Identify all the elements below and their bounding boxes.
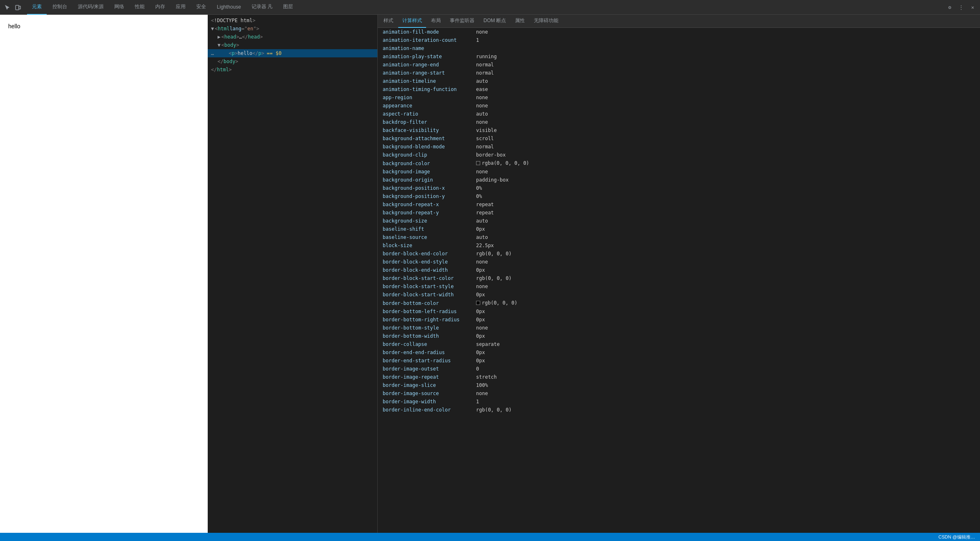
sub-tab-布局[interactable]: 布局 — [427, 15, 445, 28]
prop-row[interactable]: background-repeat-yrepeat — [378, 209, 980, 217]
device-icon[interactable] — [14, 3, 22, 11]
prop-row[interactable]: border-block-start-colorrgb(0, 0, 0) — [378, 274, 980, 282]
prop-row[interactable]: border-block-start-width0px — [378, 291, 980, 299]
prop-row[interactable]: baseline-shift0px — [378, 225, 980, 233]
html-line-doctype[interactable]: <!DOCTYPE html> — [208, 16, 377, 25]
prop-name: animation-timeline — [383, 77, 473, 85]
bottom-bar: CSDN @编辑推… — [0, 533, 980, 541]
tab-源代码/来源[interactable]: 源代码/来源 — [73, 0, 109, 15]
props-list: animation-fill-modenoneanimation-iterati… — [378, 28, 980, 533]
prop-row[interactable]: background-position-x0% — [378, 184, 980, 192]
prop-value: repeat — [476, 201, 494, 208]
prop-row[interactable]: border-image-width1 — [378, 398, 980, 406]
sub-tab-样式[interactable]: 样式 — [379, 15, 397, 28]
html-line-p[interactable]: … <p>hello</p> == $0 — [208, 49, 377, 57]
prop-row[interactable]: background-repeat-xrepeat — [378, 200, 980, 209]
prop-row[interactable]: animation-timing-functionease — [378, 85, 980, 93]
prop-row[interactable]: border-bottom-right-radius0px — [378, 316, 980, 324]
prop-row[interactable]: border-end-end-radius0px — [378, 348, 980, 357]
prop-name: border-collapse — [383, 341, 473, 348]
prop-row[interactable]: background-imagenone — [378, 168, 980, 176]
prop-name: border-end-start-radius — [383, 357, 473, 364]
prop-row[interactable]: background-colorrgba(0, 0, 0, 0) — [378, 159, 980, 168]
main-layout: hello <!DOCTYPE html> ▼ <html lang="en">… — [0, 15, 980, 533]
prop-name: background-size — [383, 217, 473, 225]
color-swatch — [476, 301, 480, 305]
prop-row[interactable]: border-image-repeatstretch — [378, 373, 980, 381]
prop-row[interactable]: backface-visibilityvisible — [378, 126, 980, 134]
html-line-html[interactable]: ▼ <html lang="en"> — [208, 25, 377, 33]
prop-row[interactable]: border-collapseseparate — [378, 340, 980, 348]
prop-row[interactable]: border-bottom-width0px — [378, 332, 980, 340]
prop-row[interactable]: border-block-end-stylenone — [378, 258, 980, 266]
prop-row[interactable]: aspect-ratioauto — [378, 110, 980, 118]
html-tree-panel: <!DOCTYPE html> ▼ <html lang="en"> ▶ <he… — [208, 15, 378, 533]
prop-row[interactable]: animation-range-endnormal — [378, 61, 980, 69]
tab-安全[interactable]: 安全 — [191, 0, 211, 15]
prop-row[interactable]: backdrop-filternone — [378, 118, 980, 126]
prop-row[interactable]: block-size22.5px — [378, 241, 980, 250]
prop-row[interactable]: app-regionnone — [378, 93, 980, 102]
sub-tab-计算样式[interactable]: 计算样式 — [398, 15, 426, 28]
prop-name: border-block-start-color — [383, 275, 473, 282]
prop-row[interactable]: appearancenone — [378, 102, 980, 110]
prop-row[interactable]: border-block-start-stylenone — [378, 282, 980, 291]
sub-tabs: 样式计算样式布局事件监听器DOM 断点属性无障碍功能 — [378, 15, 980, 28]
expand-html[interactable]: ▼ — [211, 25, 214, 32]
sub-tab-无障碍功能[interactable]: 无障碍功能 — [530, 15, 563, 28]
sub-tab-属性[interactable]: 属性 — [511, 15, 529, 28]
prop-value: auto — [476, 77, 488, 85]
prop-row[interactable]: border-image-sourcenone — [378, 389, 980, 398]
prop-row[interactable]: border-bottom-left-radius0px — [378, 307, 980, 316]
sub-tab-事件监听器[interactable]: 事件监听器 — [446, 15, 479, 28]
prop-row[interactable]: border-bottom-stylenone — [378, 324, 980, 332]
prop-value: 0px — [476, 291, 485, 298]
prop-row[interactable]: border-bottom-colorrgb(0, 0, 0) — [378, 299, 980, 307]
tab-元素[interactable]: 元素 — [27, 0, 47, 15]
close-icon[interactable]: ✕ — [969, 3, 977, 11]
expand-head[interactable]: ▶ — [218, 33, 220, 41]
prop-row[interactable]: background-clipborder-box — [378, 151, 980, 159]
tab-图层[interactable]: 图层 — [278, 0, 298, 15]
prop-row[interactable]: background-sizeauto — [378, 217, 980, 225]
html-line-body[interactable]: ▼ <body> — [208, 41, 377, 49]
prop-row[interactable]: animation-range-startnormal — [378, 69, 980, 77]
prop-row[interactable]: border-block-end-width0px — [378, 266, 980, 274]
html-line-body-close[interactable]: </body> — [208, 57, 377, 66]
expand-body[interactable]: ▼ — [218, 41, 220, 49]
html-line-head[interactable]: ▶ <head> … </head> — [208, 33, 377, 41]
more-icon[interactable]: ⋮ — [957, 3, 965, 11]
prop-row[interactable]: border-end-start-radius0px — [378, 357, 980, 365]
sub-tab-dom-断点[interactable]: DOM 断点 — [479, 15, 510, 28]
tab-性能[interactable]: 性能 — [130, 0, 150, 15]
prop-row[interactable]: background-blend-modenormal — [378, 143, 980, 151]
cursor-icon[interactable] — [3, 3, 11, 11]
html-dots[interactable]: … — [211, 50, 214, 57]
tab-记录器-凡[interactable]: 记录器 凡 — [247, 0, 277, 15]
prop-value: 1 — [476, 398, 479, 405]
html-line-html-close[interactable]: </html> — [208, 66, 377, 74]
prop-name: block-size — [383, 242, 473, 249]
prop-row[interactable]: border-block-end-colorrgb(0, 0, 0) — [378, 250, 980, 258]
prop-value: rgba(0, 0, 0, 0) — [476, 159, 529, 167]
prop-row[interactable]: animation-play-staterunning — [378, 52, 980, 61]
tab-网络[interactable]: 网络 — [109, 0, 129, 15]
prop-value: visible — [476, 127, 497, 134]
prop-row[interactable]: animation-name — [378, 44, 980, 52]
tab-应用[interactable]: 应用 — [171, 0, 191, 15]
tab-lighthouse[interactable]: Lighthouse — [212, 0, 246, 15]
prop-row[interactable]: background-originpadding-box — [378, 176, 980, 184]
tab-内存[interactable]: 内存 — [150, 0, 170, 15]
prop-row[interactable]: animation-fill-modenone — [378, 28, 980, 36]
prop-name: baseline-source — [383, 234, 473, 241]
prop-row[interactable]: background-position-y0% — [378, 192, 980, 200]
prop-row[interactable]: border-inline-end-colorrgb(0, 0, 0) — [378, 406, 980, 414]
tab-控制台[interactable]: 控制台 — [48, 0, 72, 15]
prop-row[interactable]: background-attachmentscroll — [378, 134, 980, 143]
prop-row[interactable]: border-image-slice100% — [378, 381, 980, 389]
prop-row[interactable]: border-image-outset0 — [378, 365, 980, 373]
prop-row[interactable]: baseline-sourceauto — [378, 233, 980, 241]
prop-row[interactable]: animation-timelineauto — [378, 77, 980, 85]
settings-icon[interactable]: ⚙ — [946, 3, 954, 11]
prop-row[interactable]: animation-iteration-count1 — [378, 36, 980, 44]
